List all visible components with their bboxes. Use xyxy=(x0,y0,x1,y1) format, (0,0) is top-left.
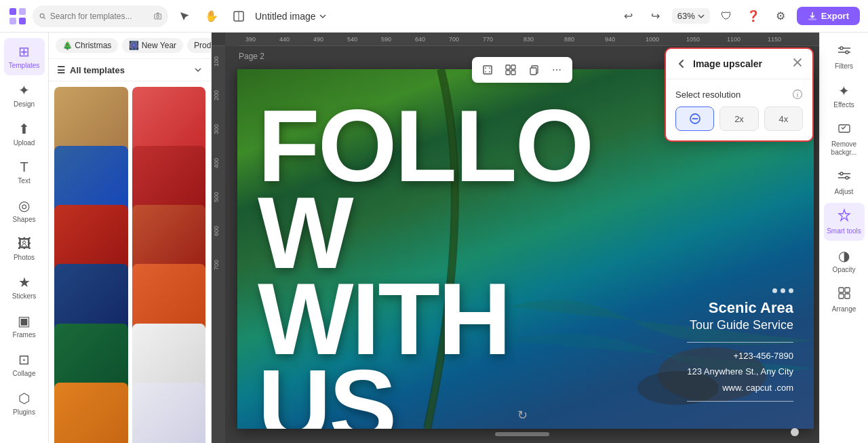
select-tool-btn[interactable] xyxy=(174,5,195,27)
upscaler-back-btn[interactable] xyxy=(675,58,688,70)
info-icon: i xyxy=(792,89,803,100)
svg-text:540: 540 xyxy=(347,36,357,43)
svg-marker-54 xyxy=(839,210,850,220)
more-canvas-btn[interactable]: ⋯ xyxy=(547,60,567,80)
service-name: Scenic Area xyxy=(687,298,793,318)
template-card-12[interactable]: HOME FRAGRANCE xyxy=(132,383,206,443)
right-sidebar-item-adjust[interactable]: Adjust xyxy=(824,163,865,201)
sidebar-item-label-frames: Frames xyxy=(13,331,36,339)
search-bar[interactable] xyxy=(33,5,168,27)
canvas-main-text: FOLLOW WITH US xyxy=(258,103,592,429)
group-canvas-btn[interactable] xyxy=(500,60,521,80)
icon-sidebar: ⊞ Templates ✦ Design ⬆ Upload T Text ◎ S… xyxy=(0,33,49,443)
hand-tool-btn[interactable]: ✋ xyxy=(201,5,222,27)
redo-btn[interactable]: ↪ xyxy=(645,5,667,27)
effects-icon: ✦ xyxy=(838,83,850,99)
sidebar-item-shapes[interactable]: ◎ Shapes xyxy=(4,192,45,229)
service-sub: Tour Guide Service xyxy=(687,317,793,333)
resolution-2x-btn[interactable]: 2x xyxy=(719,107,758,131)
right-sidebar-item-arrange[interactable]: Arrange xyxy=(824,281,865,319)
right-sidebar-item-filters[interactable]: Filters xyxy=(824,38,865,76)
svg-rect-36 xyxy=(506,71,510,75)
sidebar-item-photos[interactable]: 🖼 Photos xyxy=(4,231,45,267)
svg-line-5 xyxy=(44,17,45,18)
sidebar-item-label-design: Design xyxy=(14,100,35,109)
sidebar-item-label-shapes: Shapes xyxy=(13,216,36,224)
sidebar-item-label-plugins: Plugins xyxy=(13,408,35,417)
svg-text:1150: 1150 xyxy=(768,36,781,43)
tag-christmas[interactable]: 🎄 Christmas xyxy=(56,38,118,53)
settings-btn[interactable]: ⚙ xyxy=(770,5,791,27)
export-btn[interactable]: Export xyxy=(797,7,860,25)
svg-text:940: 940 xyxy=(605,36,615,43)
svg-rect-6 xyxy=(154,14,161,18)
right-sidebar-item-opacity[interactable]: ◑ Opacity xyxy=(824,242,865,280)
no-entry-icon xyxy=(689,113,701,125)
zoom-control[interactable]: 63% xyxy=(672,8,710,24)
doc-title[interactable]: Untitled image xyxy=(255,11,327,22)
svg-point-4 xyxy=(40,14,44,18)
svg-text:440: 440 xyxy=(279,36,290,43)
tag-new-year[interactable]: 🎆 New Year xyxy=(122,38,183,53)
svg-text:400: 400 xyxy=(213,158,220,168)
sidebar-item-label-templates: Templates xyxy=(9,62,40,70)
sidebar-item-stickers[interactable]: ★ Stickers xyxy=(4,269,45,306)
right-sidebar-item-label-smart-tools: Smart tools xyxy=(827,227,861,235)
arrange-icon xyxy=(837,286,851,303)
right-sidebar-item-effects[interactable]: ✦ Effects xyxy=(824,77,865,115)
upscaler-section-label: Select resolution i xyxy=(675,89,803,100)
topbar: ✋ Untitled image ↩ ↪ 63% 🛡 ❓ ⚙ Export xyxy=(0,0,868,33)
layout-tool-btn[interactable] xyxy=(228,5,250,27)
svg-rect-34 xyxy=(506,65,510,69)
resolution-options: 2x 4x xyxy=(675,107,803,131)
svg-text:640: 640 xyxy=(415,36,425,43)
refresh-icon[interactable]: ↻ xyxy=(517,408,528,423)
copy-canvas-btn[interactable] xyxy=(524,60,544,80)
svg-point-48 xyxy=(840,172,843,175)
right-sidebar-item-smart-tools[interactable]: Smart tools xyxy=(824,203,865,241)
right-sidebar-item-remove-bg[interactable]: Remove backgr... xyxy=(824,116,865,162)
shield-btn[interactable]: 🛡 xyxy=(715,5,737,27)
right-sidebar-item-label-opacity: Opacity xyxy=(833,266,856,274)
sidebar-item-upload[interactable]: ⬆ Upload xyxy=(4,115,45,153)
svg-rect-55 xyxy=(839,288,844,292)
search-icon xyxy=(39,12,46,20)
sidebar-item-collage[interactable]: ⊡ Collage xyxy=(4,346,45,383)
svg-text:200: 200 xyxy=(213,90,220,100)
sidebar-item-frames[interactable]: ▣ Frames xyxy=(4,307,45,345)
sidebar-item-label-text: Text xyxy=(18,177,30,185)
right-sidebar-item-label-filters: Filters xyxy=(835,62,853,71)
close-icon xyxy=(792,57,803,68)
svg-rect-1 xyxy=(19,8,26,15)
template-card-11[interactable]: INVEST TODAY xyxy=(54,383,128,443)
sidebar-item-text[interactable]: T Text xyxy=(4,154,45,191)
undo-btn[interactable]: ↩ xyxy=(618,5,639,27)
svg-rect-2 xyxy=(9,18,16,24)
template-icon: ⊞ xyxy=(18,43,30,60)
sidebar-item-plugins[interactable]: ⬡ Plugins xyxy=(4,385,45,422)
text-icon: T xyxy=(20,159,28,175)
svg-rect-56 xyxy=(845,288,850,292)
resolution-original-btn[interactable] xyxy=(675,107,714,131)
svg-rect-33 xyxy=(484,66,492,74)
ruler-vertical: 100 200 300 400 500 600 700 xyxy=(212,46,225,443)
resolution-4x-btn[interactable]: 4x xyxy=(764,107,803,131)
sidebar-item-label-upload: Upload xyxy=(14,139,35,147)
sidebar-item-design[interactable]: ✦ Design xyxy=(4,77,45,114)
svg-text:600: 600 xyxy=(213,226,220,236)
contact-address: 123 Anywhere St., Any City xyxy=(687,364,793,379)
page-label: Page 2 xyxy=(239,52,264,61)
svg-point-7 xyxy=(156,15,159,18)
svg-rect-0 xyxy=(9,8,16,15)
sidebar-item-label-collage: Collage xyxy=(13,370,36,378)
help-btn[interactable]: ❓ xyxy=(743,5,764,27)
search-input[interactable] xyxy=(50,12,150,21)
tag-products[interactable]: Prod... xyxy=(187,38,211,53)
svg-point-44 xyxy=(846,51,848,54)
resize-canvas-btn[interactable] xyxy=(477,60,498,80)
svg-rect-38 xyxy=(530,68,536,75)
filter-icon xyxy=(837,43,851,60)
sidebar-item-templates[interactable]: ⊞ Templates xyxy=(4,38,45,75)
photos-icon: 🖼 xyxy=(18,236,31,252)
upscaler-close-btn[interactable] xyxy=(792,57,803,71)
